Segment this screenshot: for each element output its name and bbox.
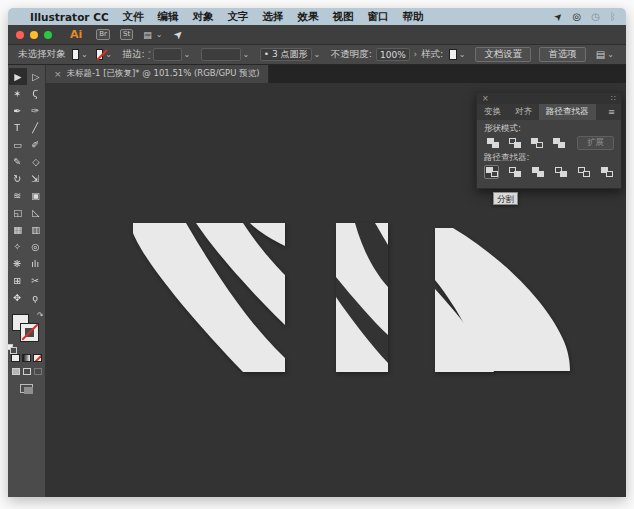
unite-icon[interactable]: [484, 136, 502, 150]
panel-drag-icon[interactable]: ∷: [611, 94, 616, 103]
magic-wand-tool[interactable]: ✶: [9, 85, 27, 102]
default-fill-stroke-icon[interactable]: [8, 344, 13, 350]
shape-modes-label: 形状模式:: [484, 123, 614, 134]
expand-button[interactable]: 扩展: [577, 136, 614, 150]
workspace-caret-icon[interactable]: ⌄: [156, 30, 163, 39]
menu-edit[interactable]: 编辑: [158, 10, 179, 24]
color-button[interactable]: [11, 354, 20, 362]
divide-icon[interactable]: [484, 165, 499, 179]
draw-inside-icon[interactable]: [34, 368, 42, 375]
stock-button[interactable]: St: [120, 29, 133, 40]
symbol-sprayer-tool[interactable]: ❋: [9, 255, 27, 272]
panel-menu-icon[interactable]: ≡: [602, 104, 621, 120]
zoom-window-button[interactable]: [44, 31, 52, 39]
width-profile-dropdown[interactable]: [201, 48, 241, 61]
shape-builder-tool[interactable]: ◱: [9, 204, 27, 221]
panel-options-icon[interactable]: ▤: [596, 49, 605, 60]
mesh-tool[interactable]: ▦: [9, 221, 27, 238]
type-tool[interactable]: T: [9, 119, 27, 136]
pen-tool[interactable]: ✒: [9, 102, 27, 119]
color-type-row: [8, 354, 45, 362]
stroke-color-swatch[interactable]: [96, 49, 103, 60]
artboard-tool[interactable]: ⊞: [9, 272, 27, 289]
menu-file[interactable]: 文件: [123, 10, 144, 24]
minimize-window-button[interactable]: [30, 31, 38, 39]
swirl-icon[interactable]: ◎: [573, 11, 582, 22]
crop-icon[interactable]: [553, 165, 568, 179]
minus-back-icon[interactable]: [599, 165, 614, 179]
scale-tool[interactable]: ⇲: [27, 170, 45, 187]
curvature-tool[interactable]: ✑: [27, 102, 45, 119]
preferences-button[interactable]: 首选项: [539, 47, 586, 62]
trim-icon[interactable]: [507, 165, 522, 179]
send-icon[interactable]: ➤: [551, 10, 565, 24]
paintbrush-tool[interactable]: ✐: [27, 136, 45, 153]
outline-icon[interactable]: [576, 165, 591, 179]
close-tab-icon[interactable]: ×: [54, 69, 62, 79]
pencil-tool[interactable]: ✎: [9, 153, 27, 170]
stroke-weight-stepper[interactable]: ⌃⌄: [147, 51, 151, 59]
exclude-icon[interactable]: [550, 136, 568, 150]
line-segment-tool[interactable]: ╱: [27, 119, 45, 136]
style-swatch[interactable]: [449, 49, 456, 60]
menu-object[interactable]: 对象: [193, 10, 214, 24]
intersect-icon[interactable]: [528, 136, 546, 150]
opacity-input[interactable]: 100%: [376, 48, 410, 61]
screen-mode-icon[interactable]: [20, 384, 33, 393]
slice-tool[interactable]: ✂: [27, 272, 45, 289]
shaper-tool[interactable]: ◇: [27, 153, 45, 170]
menu-help[interactable]: 帮助: [403, 10, 424, 24]
perspective-grid-tool[interactable]: ◺: [27, 204, 45, 221]
app-menu-title[interactable]: Illustrator CC: [30, 11, 109, 23]
tab-align[interactable]: 对齐: [508, 104, 539, 120]
menu-view[interactable]: 视图: [333, 10, 354, 24]
draw-behind-icon[interactable]: [23, 368, 31, 375]
brush-caret-icon[interactable]: ⌄: [314, 50, 321, 59]
graph-tool[interactable]: ılı: [27, 255, 45, 272]
stroke-weight-input[interactable]: [153, 48, 182, 61]
bluetooth-icon[interactable]: ᛒ: [610, 11, 616, 22]
lasso-tool[interactable]: Ϛ: [27, 85, 45, 102]
share-icon[interactable]: ➤: [171, 27, 187, 43]
bridge-button[interactable]: Br: [96, 29, 110, 40]
menu-effect[interactable]: 效果: [298, 10, 319, 24]
close-window-button[interactable]: [16, 31, 24, 39]
style-caret-icon[interactable]: ⌄: [459, 50, 466, 59]
fill-color-swatch[interactable]: [72, 49, 79, 60]
document-tab[interactable]: × 未标题-1 [已恢复]* @ 101.51% (RGB/GPU 预览): [46, 65, 269, 83]
none-button[interactable]: [33, 354, 42, 362]
fill-caret-icon[interactable]: ⌄: [81, 50, 88, 59]
merge-icon[interactable]: [530, 165, 545, 179]
minus-front-icon[interactable]: [506, 136, 524, 150]
menu-type[interactable]: 文字: [228, 10, 249, 24]
draw-normal-icon[interactable]: [12, 368, 20, 375]
gradient-tool[interactable]: ▥: [27, 221, 45, 238]
menu-select[interactable]: 选择: [263, 10, 284, 24]
direct-selection-tool[interactable]: ▷: [27, 68, 45, 85]
panel-close-icon[interactable]: ×: [482, 94, 489, 103]
rotate-tool[interactable]: ↻: [9, 170, 27, 187]
tab-pathfinder[interactable]: 路径查找器: [539, 104, 596, 120]
stroke-weight-caret-icon[interactable]: ⌄: [184, 50, 191, 59]
brush-dropdown[interactable]: • 3 点圆形: [260, 48, 312, 61]
blend-tool[interactable]: ◎: [27, 238, 45, 255]
document-setup-button[interactable]: 文档设置: [475, 47, 531, 62]
tab-transform[interactable]: 变换: [477, 104, 508, 120]
panel-options-caret-icon[interactable]: ⌄: [607, 50, 614, 59]
swap-fill-stroke-icon[interactable]: ↷: [37, 311, 44, 320]
eyedropper-tool[interactable]: ✧: [9, 238, 27, 255]
width-tool[interactable]: ≋: [9, 187, 27, 204]
clock-icon[interactable]: ◷: [591, 11, 600, 22]
workspace-switcher-icon[interactable]: ▤: [143, 30, 153, 40]
selection-tool[interactable]: ▶: [9, 68, 27, 85]
opacity-more-icon[interactable]: ›: [414, 50, 417, 59]
hand-tool[interactable]: ✥: [9, 289, 27, 306]
rectangle-tool[interactable]: ▭: [9, 136, 27, 153]
width-profile-caret-icon[interactable]: ⌄: [243, 50, 250, 59]
menu-window[interactable]: 窗口: [368, 10, 389, 24]
free-transform-tool[interactable]: ▣: [27, 187, 45, 204]
macos-menu-bar: Illustrator CC 文件 编辑 对象 文字 选择 效果 视图 窗口 帮…: [8, 8, 626, 25]
gradient-button[interactable]: [22, 354, 31, 362]
stroke-indicator[interactable]: [21, 324, 38, 341]
zoom-tool[interactable]: ϙ: [27, 289, 45, 306]
